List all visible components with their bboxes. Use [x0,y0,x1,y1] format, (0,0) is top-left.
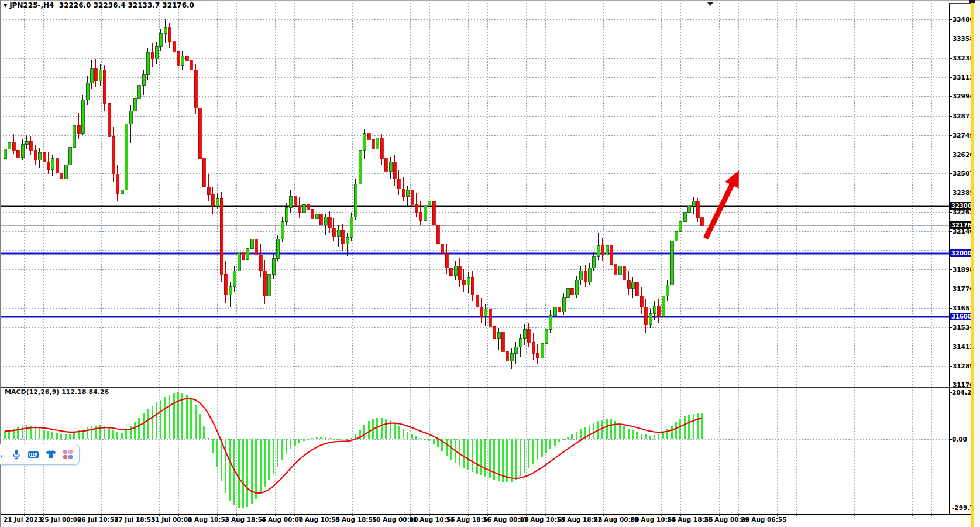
axis-highlight-strip [971,0,974,527]
window-top-border [0,0,980,1]
macd-indicator-label: MACD(12,26,9) 112.18 84.26 [5,388,109,396]
symbol-dropdown-icon[interactable]: ▼ [4,3,7,8]
microphone-icon[interactable] [11,449,22,460]
chart-area[interactable] [0,0,980,527]
macd-histogram [4,392,703,508]
input-toolbar[interactable] [0,444,80,465]
clothing-icon[interactable] [45,449,57,460]
axis-strip-cap [969,0,975,3]
apps-grid-icon[interactable] [63,449,73,460]
chart-title: ▼JPN225-,H4 32226.0 32236.4 32133.7 3217… [4,1,194,9]
symbol-period-label[interactable]: JPN225-,H4 [9,1,54,9]
macd-signal-line [5,399,702,494]
mt4-chart-window: ▼JPN225-,H4 32226.0 32236.4 32133.7 3217… [0,0,980,527]
chart-shift-marker[interactable] [707,2,714,6]
ink-input-icon[interactable] [0,449,5,460]
ohlc-values: 32226.0 32236.4 32133.7 32176.0 [59,1,194,9]
touch-keyboard-icon[interactable] [27,449,39,460]
right-margin [974,0,980,527]
trend-arrow[interactable] [703,170,739,239]
